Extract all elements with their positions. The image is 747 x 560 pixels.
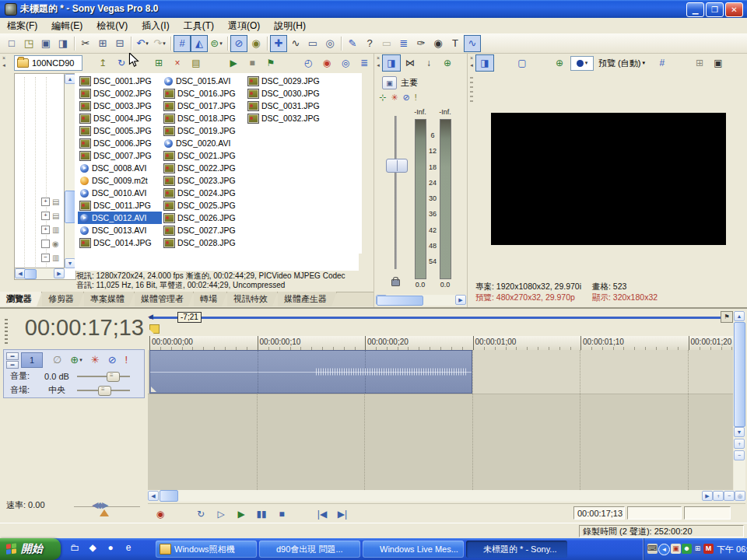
multicam-button[interactable]: ≣ [395, 35, 412, 52]
dim-output-button[interactable]: ↓ [419, 54, 438, 72]
file-item[interactable]: DSC_0005.JPG [78, 124, 162, 137]
go-to-end-button[interactable]: ▶| [332, 506, 352, 522]
track-mute-icon[interactable]: ⊘ [107, 353, 117, 366]
separator[interactable] [72, 35, 77, 52]
tray-keyboard-icon[interactable]: ⌨ [647, 544, 658, 554]
pen-button[interactable]: ✑ [412, 35, 430, 52]
bus-mute-icon[interactable]: ⊘ [402, 93, 409, 103]
file-item[interactable]: DSC_0006.JPG [78, 137, 162, 149]
separator[interactable] [128, 35, 134, 52]
file-item[interactable]: DSC_0031.JPG [246, 100, 330, 112]
timecode-display[interactable]: 00:00:17;13 [16, 315, 144, 341]
tray-messenger-icon[interactable]: ☻ [682, 544, 692, 554]
tray-photo-icon[interactable]: ▣ [671, 544, 681, 554]
quicklaunch-folder-icon[interactable]: 🗀 [68, 541, 81, 554]
zoom-in-track-button[interactable]: ＋ [734, 439, 745, 449]
menu-item[interactable]: 檢視(V) [89, 18, 135, 34]
marker-tool-button[interactable]: ⚑ [721, 311, 733, 323]
external-monitor-button[interactable]: ▢ [513, 54, 531, 72]
separator[interactable] [170, 506, 191, 522]
tree-expand-toggle[interactable]: + [41, 198, 50, 206]
file-item[interactable]: DSC_0004.JPG [78, 112, 162, 124]
auto-ripple-button[interactable]: ◭ [191, 35, 208, 52]
envelope-edit-tool-button[interactable]: ∿ [287, 35, 304, 52]
taskbar-task-button[interactable]: Windows Live Mes... [363, 541, 464, 558]
cut-button[interactable]: ✂ [77, 35, 94, 52]
folder-tree[interactable]: + ▤ + ▤ + ▥ [14, 73, 76, 280]
quicklaunch-ie-icon[interactable]: e [122, 541, 135, 554]
media-manager-button[interactable]: ◴ [299, 54, 317, 72]
normal-edit-tool-button[interactable]: ✚ [270, 35, 287, 52]
up-one-level-button[interactable]: ↥ [93, 54, 112, 72]
insert-fx-button[interactable]: ⊕ [438, 54, 457, 72]
volume-slider[interactable] [77, 376, 130, 377]
enable-snapping-button[interactable]: # [174, 35, 191, 52]
tray-chevron-icon[interactable]: ◂ [658, 544, 670, 555]
file-item[interactable]: DSC_0022.JPG [162, 162, 246, 174]
go-to-start-button[interactable]: |◀ [312, 506, 332, 522]
title-bar[interactable]: 未標題的 * - Sony Vegas Pro 8.0 ▁ ❐ ✕ [0, 0, 747, 18]
taskbar-task-button[interactable]: 未標題的 * - Sony... [466, 541, 567, 558]
menu-item[interactable]: 插入(I) [135, 18, 176, 34]
zoom-out-time-button[interactable]: − [724, 491, 735, 501]
zoom-edit-tool-button[interactable]: ◎ [321, 35, 338, 52]
bus-solo-icon[interactable]: ! [415, 93, 417, 103]
quicklaunch-media-icon[interactable]: ● [104, 541, 117, 554]
save-button[interactable]: ▣ [37, 35, 54, 52]
file-item[interactable]: DSC_0023.JPG [162, 174, 246, 187]
separator[interactable] [205, 54, 224, 72]
file-item[interactable]: DSC_0007.JPG [78, 149, 162, 162]
loop-region-bar[interactable] [149, 317, 730, 319]
play-button[interactable]: ▶ [231, 506, 251, 522]
pan-slider[interactable] [77, 390, 130, 391]
zoom-in-time-button[interactable]: ＋ [713, 491, 724, 501]
separator[interactable] [168, 35, 174, 52]
auto-preview-button[interactable]: ⚑ [261, 54, 280, 72]
time-ruler[interactable]: 00:00:00;00 00:00:00;10 00:00:00;20 00:0… [149, 336, 733, 351]
record-button[interactable]: ◉ [150, 506, 170, 522]
track-number[interactable]: 1 [21, 352, 43, 368]
explorer-dock-grip[interactable]: ×◂ [0, 54, 8, 72]
separator[interactable] [531, 54, 550, 72]
file-item[interactable]: DSC_0025.JPG [162, 199, 246, 212]
selection-length-box[interactable] [684, 506, 731, 520]
timeline-marker[interactable] [149, 324, 160, 334]
menu-item[interactable]: 編輯(E) [44, 18, 89, 34]
stop-preview-button[interactable]: ■ [243, 54, 261, 72]
file-item[interactable]: DSC_0010.AVI [78, 187, 162, 199]
separator[interactable] [672, 54, 690, 72]
copy-snapshot-button[interactable]: ⊞ [690, 54, 709, 72]
master-fader-handle[interactable] [386, 159, 408, 173]
separator[interactable] [494, 54, 513, 72]
file-item[interactable]: DSC_0016.JPG [162, 87, 246, 100]
master-bus-icon[interactable]: ▣ [382, 76, 397, 89]
file-item[interactable]: DSC_0014.JPG [78, 236, 162, 249]
add-to-favorites-button[interactable]: ▤ [187, 54, 205, 72]
dock-tab[interactable]: 視訊特效 [227, 292, 278, 306]
preview-dock-grip[interactable]: ×◂ [468, 54, 475, 72]
separator[interactable] [225, 35, 230, 52]
mixer-scrollbar[interactable]: ◀▶ [376, 295, 466, 306]
ignore-event-grouping-button[interactable]: ⊘ [230, 35, 247, 52]
lock-envelopes-button[interactable]: ⊜ [208, 35, 225, 52]
dock-tab[interactable]: 媒體產生器 [278, 292, 337, 306]
close-button[interactable]: ✕ [725, 2, 743, 17]
play-from-start-button[interactable]: ▷ [211, 506, 231, 522]
dock-tab[interactable]: 轉場 [194, 292, 227, 306]
file-item[interactable]: DSC_0003.JPG [78, 100, 162, 112]
tree-expand-toggle[interactable]: + [41, 212, 50, 220]
new-folder-button[interactable]: ⊞ [149, 54, 168, 72]
address-combo[interactable]: 100NCD90 [14, 55, 82, 71]
open-button[interactable]: ◳ [20, 35, 37, 52]
clip-fade-handle[interactable] [151, 387, 156, 392]
video-output-fx-button[interactable]: ⊕ [550, 54, 569, 72]
separator[interactable] [280, 54, 299, 72]
trimmer-button[interactable]: ▭ [378, 35, 395, 52]
tree-expand-toggle[interactable]: + [41, 226, 50, 234]
dock-tab[interactable]: 專案媒體 [84, 292, 135, 306]
file-item[interactable]: DSC_0030.JPG [246, 87, 330, 100]
save-snapshot-button[interactable]: ▣ [709, 54, 728, 72]
menu-item[interactable]: 工具(T) [177, 18, 221, 34]
delete-button[interactable]: × [168, 54, 187, 72]
downmix-output-button[interactable]: ⋈ [401, 54, 419, 72]
